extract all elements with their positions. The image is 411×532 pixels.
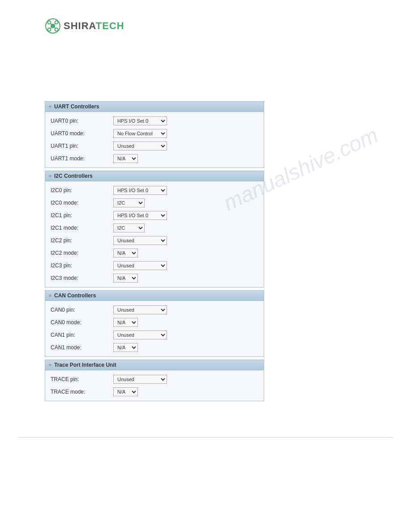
can-body: CAN0 pin: Unused CAN0 mode: N/A CAN1 pin… <box>45 301 264 356</box>
can1-mode-label: CAN1 mode: <box>51 344 113 351</box>
uart1-pin-select[interactable]: Unused <box>113 142 167 150</box>
i2c1-mode-row: I2C1 mode: I2C <box>45 222 264 234</box>
svg-point-4 <box>48 28 51 31</box>
i2c-body: I2C0 pin: HPS I/O Set 0 I2C0 mode: I2C I… <box>45 181 264 287</box>
i2c2-mode-select[interactable]: N/A <box>113 249 138 257</box>
i2c0-mode-select[interactable]: I2C <box>113 198 145 207</box>
uart0-pin-row: UART0 pin: HPS I/O Set 0 <box>45 115 264 127</box>
i2c3-pin-row: I2C3 pin: Unused <box>45 259 264 272</box>
i2c0-pin-row: I2C0 pin: HPS I/O Set 0 <box>45 184 264 197</box>
i2c3-mode-select[interactable]: N/A <box>113 274 138 283</box>
logo-text: SHIRATECH <box>64 20 124 32</box>
uart1-pin-label: UART1 pin: <box>51 143 113 149</box>
svg-line-7 <box>54 24 56 25</box>
logo-icon <box>45 18 61 34</box>
uart1-mode-label: UART1 mode: <box>51 155 113 162</box>
uart0-pin-control: HPS I/O Set 0 <box>113 116 167 125</box>
trace-pin-select[interactable]: Unused <box>113 375 167 384</box>
trace-body: TRACE pin: Unused TRACE mode: N/A <box>45 370 264 401</box>
can0-pin-select[interactable]: Unused <box>113 305 167 314</box>
uart-header: UART Controllers <box>45 102 264 112</box>
can-header: CAN Controllers <box>45 291 264 301</box>
i2c2-pin-select[interactable]: Unused <box>113 236 167 245</box>
can0-mode-label: CAN0 mode: <box>51 319 113 326</box>
i2c1-pin-select[interactable]: HPS I/O Set 0 <box>113 211 167 220</box>
uart1-pin-row: UART1 pin: Unused <box>45 140 264 152</box>
svg-point-2 <box>48 21 51 24</box>
svg-point-3 <box>55 21 58 24</box>
uart0-pin-select[interactable]: HPS I/O Set 0 <box>113 116 167 125</box>
i2c0-mode-label: I2C0 mode: <box>51 200 113 206</box>
can-section: CAN Controllers CAN0 pin: Unused CAN0 mo… <box>45 290 264 357</box>
i2c3-mode-row: I2C3 mode: N/A <box>45 272 264 284</box>
i2c1-pin-row: I2C1 pin: HPS I/O Set 0 <box>45 209 264 222</box>
can1-mode-select[interactable]: N/A <box>113 343 138 352</box>
svg-line-9 <box>54 27 56 29</box>
i2c0-pin-label: I2C0 pin: <box>51 187 113 193</box>
i2c1-mode-select[interactable]: I2C <box>113 223 145 232</box>
svg-line-6 <box>51 24 52 25</box>
i2c3-mode-label: I2C3 mode: <box>51 275 113 281</box>
can1-pin-select[interactable]: Unused <box>113 330 167 339</box>
main-content: UART Controllers UART0 pin: HPS I/O Set … <box>45 101 393 401</box>
i2c2-mode-label: I2C2 mode: <box>51 250 113 256</box>
bottom-divider <box>18 437 393 438</box>
uart-body: UART0 pin: HPS I/O Set 0 UART0 mode: No … <box>45 112 264 167</box>
i2c2-pin-label: I2C2 pin: <box>51 237 113 244</box>
uart0-mode-row: UART0 mode: No Flow Control <box>45 127 264 140</box>
can1-pin-label: CAN1 pin: <box>51 332 113 338</box>
i2c1-pin-label: I2C1 pin: <box>51 212 113 219</box>
i2c0-mode-row: I2C0 mode: I2C <box>45 197 264 209</box>
svg-point-5 <box>55 28 58 31</box>
i2c3-pin-select[interactable]: Unused <box>113 261 167 270</box>
i2c-section: I2C Controllers I2C0 pin: HPS I/O Set 0 … <box>45 171 264 287</box>
trace-mode-select[interactable]: N/A <box>113 387 138 396</box>
uart0-mode-select[interactable]: No Flow Control <box>113 129 167 138</box>
can0-mode-row: CAN0 mode: N/A <box>45 316 264 329</box>
uart1-mode-select[interactable]: N/A <box>113 154 138 163</box>
can0-pin-row: CAN0 pin: Unused <box>45 304 264 316</box>
trace-mode-label: TRACE mode: <box>51 389 113 395</box>
i2c1-mode-label: I2C1 mode: <box>51 225 113 231</box>
trace-pin-row: TRACE pin: Unused <box>45 373 264 386</box>
i2c3-pin-label: I2C3 pin: <box>51 262 113 269</box>
svg-line-8 <box>51 27 52 29</box>
uart1-mode-row: UART1 mode: N/A <box>45 152 264 165</box>
can0-pin-label: CAN0 pin: <box>51 307 113 313</box>
can0-mode-select[interactable]: N/A <box>113 318 138 327</box>
uart0-pin-label: UART0 pin: <box>51 118 113 124</box>
uart1-pin-control: Unused <box>113 142 167 150</box>
i2c0-pin-select[interactable]: HPS I/O Set 0 <box>113 186 167 195</box>
can1-mode-row: CAN1 mode: N/A <box>45 341 264 354</box>
trace-header: Trace Port Interface Unit <box>45 360 264 370</box>
uart0-mode-control: No Flow Control <box>113 129 167 138</box>
trace-pin-label: TRACE pin: <box>51 376 113 382</box>
can1-pin-row: CAN1 pin: Unused <box>45 329 264 341</box>
trace-section: Trace Port Interface Unit TRACE pin: Unu… <box>45 360 264 401</box>
i2c2-pin-row: I2C2 pin: Unused <box>45 234 264 247</box>
uart1-mode-control: N/A <box>113 154 138 163</box>
trace-mode-row: TRACE mode: N/A <box>45 386 264 398</box>
uart0-mode-label: UART0 mode: <box>51 130 113 137</box>
i2c-header: I2C Controllers <box>45 171 264 181</box>
i2c2-mode-row: I2C2 mode: N/A <box>45 247 264 259</box>
logo-area: SHIRATECH <box>18 9 393 47</box>
uart-section: UART Controllers UART0 pin: HPS I/O Set … <box>45 101 264 168</box>
